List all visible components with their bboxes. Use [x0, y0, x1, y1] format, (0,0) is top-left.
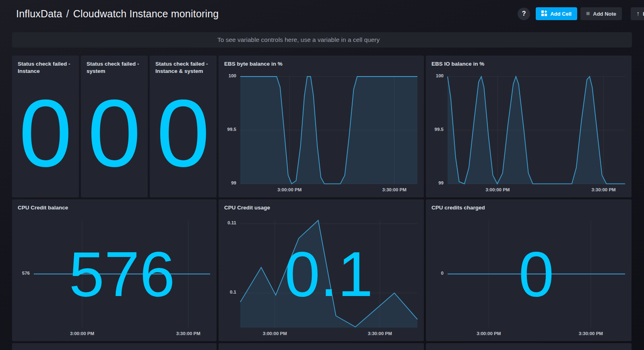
- cell-title[interactable]: EBS byte balance in %: [219, 56, 424, 68]
- axis-corner: [427, 327, 448, 340]
- x-axis: 3:00:00 PM3:30:00 PM: [448, 327, 625, 340]
- cell-title[interactable]: CPU Credit balance: [12, 199, 217, 211]
- arrow-up-icon: ↑: [636, 10, 640, 17]
- x-axis: 3:00:00 PM3:30:00 PM: [34, 327, 210, 340]
- chart-plot[interactable]: [448, 77, 625, 184]
- y-tick-label: 99.5: [227, 127, 236, 132]
- cell-ebs-io-balance[interactable]: EBS IO balance in % 10099.5993:00:00 PM3…: [426, 56, 632, 197]
- note-lines-icon: ≡: [586, 10, 590, 17]
- x-axis: 3:00:00 PM3:30:00 PM: [240, 184, 417, 196]
- header-actions: ? Add Cell ≡ Add Note ↑ Local: [518, 7, 644, 20]
- single-stat-value: 0.1: [285, 242, 373, 306]
- y-tick-label: 99.5: [435, 127, 444, 132]
- x-tick-label: 3:30:00 PM: [368, 331, 392, 336]
- dashboard-row-1: Status check failed - Instance 0 Status …: [12, 56, 632, 197]
- chart-cpu-credits-charged: 003:00:00 PM3:30:00 PM: [426, 211, 632, 341]
- x-tick-label: 3:00:00 PM: [277, 187, 301, 192]
- add-note-button[interactable]: ≡ Add Note: [580, 7, 622, 20]
- add-note-label: Add Note: [593, 11, 616, 17]
- x-tick-label: 3:00:00 PM: [70, 331, 94, 336]
- help-icon: ?: [522, 10, 526, 17]
- y-tick-label: 0.11: [227, 220, 236, 225]
- dashboard-row-3-partial: [12, 343, 632, 350]
- page-title[interactable]: Cloudwatch Instance monitoring: [73, 8, 219, 19]
- y-tick-label: 99: [438, 180, 444, 185]
- single-stat-value: 0: [12, 75, 79, 197]
- x-tick-label: 3:30:00 PM: [382, 187, 407, 192]
- single-stat-value: 576: [69, 242, 175, 306]
- cell-title[interactable]: CPU credits charged: [426, 199, 632, 211]
- add-cell-label: Add Cell: [550, 11, 572, 17]
- brand-name[interactable]: InfluxData: [16, 8, 62, 19]
- y-tick-label: 0.1: [230, 290, 236, 294]
- chart-svg: [448, 77, 625, 184]
- timezone-button[interactable]: ↑ Local: [631, 7, 644, 20]
- x-tick-label: 3:30:00 PM: [176, 331, 200, 336]
- partial-cell[interactable]: [12, 343, 217, 350]
- y-axis: 0: [427, 220, 448, 327]
- y-tick-label: 100: [229, 73, 236, 78]
- chart-plot[interactable]: 0: [448, 220, 625, 327]
- cell-title[interactable]: Status check failed - system: [81, 56, 148, 75]
- y-axis: 576: [14, 220, 34, 327]
- single-stat-value: 0: [150, 75, 217, 197]
- chart-plot[interactable]: 576: [34, 220, 210, 327]
- y-tick-label: 576: [22, 271, 30, 275]
- chart-plot[interactable]: [240, 77, 417, 184]
- x-tick-label: 3:30:00 PM: [579, 331, 603, 336]
- cell-title[interactable]: Status check failed - Instance & system: [150, 56, 217, 75]
- variable-controls-message: To see variable controls here, use a var…: [217, 36, 380, 43]
- cell-cpu-credit-usage[interactable]: CPU Credit usage 0.110.10.13:00:00 PM3:3…: [219, 199, 424, 341]
- y-tick-label: 100: [436, 73, 444, 78]
- cell-cpu-credits-charged[interactable]: CPU credits charged 003:00:00 PM3:30:00 …: [426, 199, 632, 341]
- axis-corner: [220, 184, 240, 196]
- chart-cpu-credit-balance: 5765763:00:00 PM3:30:00 PM: [12, 211, 217, 341]
- cell-status-check-system[interactable]: Status check failed - system 0: [81, 56, 148, 197]
- breadcrumb-separator: /: [66, 8, 69, 19]
- single-stat-value: 0: [519, 242, 554, 306]
- add-cell-button[interactable]: Add Cell: [536, 7, 577, 20]
- y-axis: 10099.599: [220, 77, 240, 184]
- chart-svg: [240, 77, 417, 184]
- chart-cpu-credit-usage: 0.110.10.13:00:00 PM3:30:00 PM: [219, 211, 424, 341]
- axis-corner: [427, 184, 448, 196]
- cell-cpu-credit-balance[interactable]: CPU Credit balance 5765763:00:00 PM3:30:…: [12, 199, 217, 341]
- axis-corner: [14, 327, 34, 340]
- x-tick-label: 3:00:00 PM: [477, 331, 501, 336]
- dashboard-grid: Status check failed - Instance 0 Status …: [0, 48, 644, 350]
- dashboard-row-2: CPU Credit balance 5765763:00:00 PM3:30:…: [12, 199, 632, 341]
- single-stat-value: 0: [81, 75, 148, 197]
- y-axis: 0.110.1: [220, 220, 240, 327]
- cell-title[interactable]: EBS IO balance in %: [426, 56, 632, 68]
- help-button[interactable]: ?: [518, 8, 530, 20]
- variable-controls-bar: To see variable controls here, use a var…: [12, 32, 632, 48]
- x-axis: 3:00:00 PM3:30:00 PM: [448, 184, 625, 196]
- partial-cell[interactable]: [219, 343, 424, 350]
- cell-title[interactable]: Status check failed - Instance: [12, 56, 79, 75]
- cell-status-check-instance-system[interactable]: Status check failed - Instance & system …: [150, 56, 217, 197]
- chart-plot[interactable]: 0.1: [240, 220, 417, 327]
- partial-cell[interactable]: [426, 343, 632, 350]
- y-axis: 10099.599: [427, 77, 448, 184]
- axis-corner: [220, 327, 240, 340]
- x-tick-label: 3:00:00 PM: [263, 331, 287, 336]
- breadcrumb: InfluxData/Cloudwatch Instance monitorin…: [16, 8, 219, 20]
- x-tick-label: 3:30:00 PM: [592, 187, 616, 192]
- chart-ebs-byte-balance: 10099.5993:00:00 PM3:30:00 PM: [219, 68, 424, 197]
- y-tick-label: 0: [441, 271, 444, 275]
- cell-title[interactable]: CPU Credit usage: [219, 199, 424, 211]
- x-axis: 3:00:00 PM3:30:00 PM: [240, 327, 417, 340]
- page-header: InfluxData/Cloudwatch Instance monitorin…: [0, 0, 644, 27]
- cell-ebs-byte-balance[interactable]: EBS byte balance in % 10099.5993:00:00 P…: [219, 56, 424, 197]
- x-tick-label: 3:00:00 PM: [485, 187, 510, 192]
- chart-ebs-io-balance: 10099.5993:00:00 PM3:30:00 PM: [426, 68, 632, 197]
- add-cell-icon: [541, 10, 547, 17]
- y-tick-label: 99: [231, 180, 236, 185]
- cell-status-check-instance[interactable]: Status check failed - Instance 0: [12, 56, 79, 197]
